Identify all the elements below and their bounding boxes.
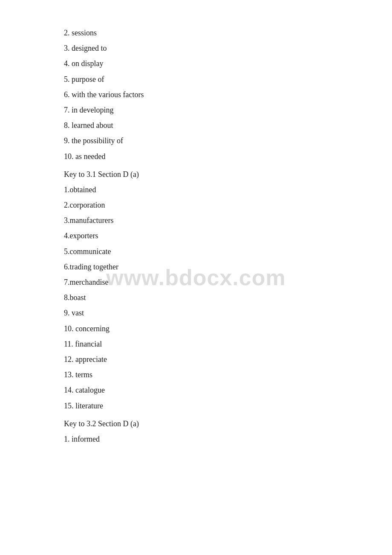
list-item-item-14a: 14. catalogue xyxy=(64,383,328,397)
list-item-item-3a: 3.manufacturers xyxy=(64,213,328,228)
list-item-item-4a: 4.exporters xyxy=(64,228,328,243)
list-item-item-10: 10. as needed xyxy=(64,149,328,164)
list-item-item-11a: 11. financial xyxy=(64,337,328,351)
list-item-item-8: 8. learned about xyxy=(64,118,328,133)
list-item-item-9: 9. the possibility of xyxy=(64,133,328,148)
list-item-item-2a: 2.corporation xyxy=(64,198,328,212)
list-item-item-5a: 5.communicate xyxy=(64,244,328,259)
main-content: 2. sessions3. designed to4. on display5.… xyxy=(0,0,392,473)
list-item-item-9a: 9. vast xyxy=(64,306,328,320)
list-item-item-8a: 8.boast xyxy=(64,290,328,305)
list-item-item-2: 2. sessions xyxy=(64,26,328,40)
list-item-item-10a: 10. concerning xyxy=(64,321,328,336)
list-item-item-4: 4. on display xyxy=(64,56,328,71)
list-item-item-7a: 7.merchandise xyxy=(64,275,328,289)
list-item-item-1b: 1. informed xyxy=(64,432,328,446)
list-item-item-7: 7. in developing xyxy=(64,103,328,117)
list-item-item-3: 3. designed to xyxy=(64,41,328,55)
list-item-item-6: 6. with the various factors xyxy=(64,87,328,102)
section-heading-key-31: Key to 3.1 Section D (a) xyxy=(64,167,328,182)
list-item-item-13a: 13. terms xyxy=(64,367,328,382)
list-item-item-6a: 6.trading together xyxy=(64,260,328,274)
list-item-item-12a: 12. appreciate xyxy=(64,352,328,367)
section-heading-key-32: Key to 3.2 Section D (a) xyxy=(64,416,328,431)
list-item-item-15a: 15. literature xyxy=(64,399,328,413)
list-item-item-5: 5. purpose of xyxy=(64,72,328,87)
list-item-item-1a: 1.obtained xyxy=(64,182,328,197)
